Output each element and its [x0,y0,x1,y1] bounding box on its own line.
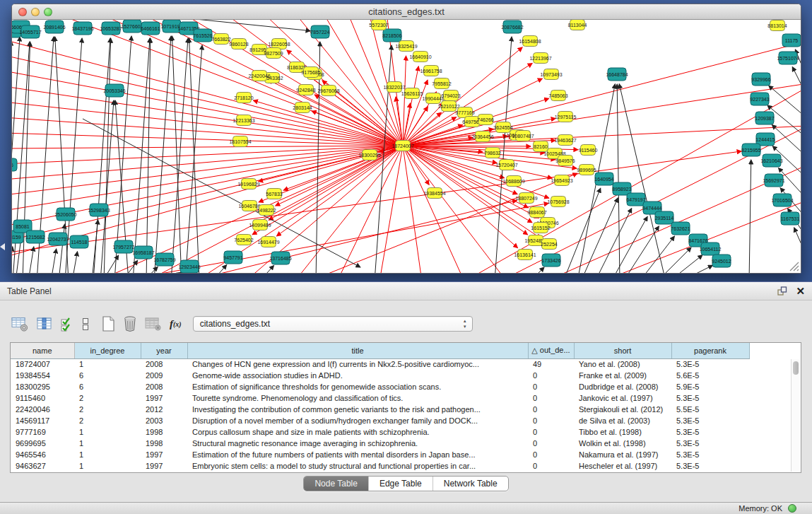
cell-title[interactable]: Estimation of the future numbers of pati… [187,449,528,460]
network-node[interactable]: 15276602 [121,20,143,33]
cell-pagerank[interactable]: 5.5E-5 [671,404,749,415]
network-node[interactable]: 567833 [266,189,282,199]
cell-short[interactable]: de Silva et al. (2003) [574,415,671,426]
network-node[interactable]: 9245012 [712,255,731,267]
network-node[interactable]: 798632 [484,148,500,158]
network-node[interactable]: 12213967 [529,53,551,64]
column-header-pagerank[interactable]: pagerank [671,343,749,358]
network-node[interactable]: 10756928 [547,197,569,207]
network-node[interactable]: 15692971 [763,174,784,187]
table-row[interactable]: 969969511998Structural magnetic resonanc… [11,438,792,449]
network-node[interactable]: 10653287 [100,22,122,35]
network-node[interactable]: 19196829 [237,179,259,189]
network-node[interactable]: 18325419 [395,41,417,52]
cell-title[interactable]: Embryonic stem cells: a model to study s… [187,460,528,472]
network-edge[interactable] [12,146,403,180]
select-all-icon[interactable] [60,317,73,332]
cell-out_degree[interactable]: 0 [528,381,574,392]
network-node[interactable]: 18107554 [229,136,251,147]
cell-short[interactable]: Franke et al. (2009) [574,370,671,381]
network-node[interactable]: 1209387 [755,112,774,124]
network-edge[interactable] [224,20,403,146]
cell-pagerank[interactable]: 5.3E-5 [671,438,749,449]
table-row[interactable]: 946362711997Embryonic stem cells: a mode… [11,460,792,472]
table-row[interactable]: 2242004622012Investigating the contribut… [11,404,792,415]
network-edge[interactable] [749,160,751,273]
cell-year[interactable]: 1998 [141,426,187,438]
cell-pagerank[interactable]: 5.3E-5 [671,415,749,426]
network-node[interactable]: 2803144 [293,103,312,113]
cell-title[interactable]: Genome-wide association studies in ADHD. [187,370,528,381]
network-canvas-svg[interactable]: 1872400733159266606163140557172089140618… [12,20,801,273]
column-header-title[interactable]: title [187,343,528,358]
cell-pagerank[interactable]: 5.3E-5 [671,426,749,438]
cell-name[interactable]: 9463627 [11,460,74,472]
network-node[interactable]: 9175685 [301,67,320,78]
column-header-short[interactable]: short [574,343,671,358]
cell-name[interactable]: 9465546 [11,449,74,460]
memory-status-icon[interactable] [788,504,796,513]
cell-year[interactable]: 2009 [141,370,187,381]
cell-out_degree[interactable]: 0 [528,370,574,381]
column-header-year[interactable]: year [141,343,187,358]
delete-column-icon[interactable] [123,316,137,332]
network-edge[interactable] [314,95,403,146]
column-header-out_degree[interactable]: △ out_de... [528,343,574,358]
network-node[interactable]: 9827509 [264,48,283,59]
resize-grip-icon[interactable] [788,260,799,271]
network-edge[interactable] [530,267,544,273]
network-node[interactable]: 9242848 [296,85,315,95]
network-node[interactable]: 8113044 [568,20,587,30]
cell-short[interactable]: Tibbo et al. (1998) [574,426,671,438]
cell-short[interactable]: Wolkin et al. (1998) [574,438,671,449]
network-node[interactable]: 12213363 [233,115,254,126]
network-edge[interactable] [12,247,13,273]
network-node[interactable]: 7955812 [432,78,451,89]
window-titlebar[interactable]: citations_edges.txt [12,4,801,20]
network-edge[interactable] [100,100,114,273]
network-node[interactable]: 10973493 [540,69,562,80]
network-node[interactable]: 10654112 [700,243,722,255]
show-columns-icon[interactable] [37,317,52,331]
network-node[interactable]: 18807249 [515,193,537,204]
cell-title[interactable]: Investigating the contribution of common… [187,404,528,415]
zoom-traffic-light-icon[interactable] [44,8,52,16]
cell-pagerank[interactable]: 5.3E-5 [671,460,749,472]
network-edge[interactable] [12,71,403,146]
network-node[interactable]: 8218506 [382,29,401,42]
network-node[interactable]: 9457791 [223,251,242,264]
network-node[interactable]: 20891406 [43,21,65,33]
network-node[interactable]: 16961758 [420,66,442,76]
network-node[interactable]: 14055717 [19,25,41,38]
cell-year[interactable]: 1997 [141,460,187,472]
network-edge[interactable] [619,84,666,273]
tab-network-table[interactable]: Network Table [433,477,508,491]
table-row[interactable]: 977716911998Corpus callosum shape and si… [11,426,792,438]
cell-short[interactable]: Yano et al. (2008) [574,358,671,370]
network-node[interactable]: 12923446 [178,260,200,273]
network-node[interactable]: 29676068 [317,86,339,96]
cell-name[interactable]: 22420046 [11,404,74,415]
cell-short[interactable]: Jankovic et al. (1997) [574,392,671,404]
cell-pagerank[interactable]: 5.6E-5 [671,370,749,381]
cell-in_degree[interactable]: 6 [74,381,141,392]
cell-year[interactable]: 1997 [141,392,187,404]
cell-short[interactable]: Dudbridge et al. (2008) [574,381,671,392]
cell-name[interactable]: 14569117 [11,415,74,426]
network-node[interactable]: 2718120 [234,93,253,103]
cell-name[interactable]: 9699695 [11,438,74,449]
network-node[interactable]: 9884067 [527,207,546,218]
network-edge[interactable] [772,124,801,158]
network-node[interactable]: 15720407 [495,160,517,170]
cell-title[interactable]: Structural magnetic resonance image aver… [187,438,528,449]
function-builder-icon[interactable]: f(x) [170,318,182,330]
network-node[interactable]: 9329966 [751,73,770,86]
minimize-traffic-light-icon[interactable] [31,8,40,16]
cell-out_degree[interactable]: 0 [528,404,574,415]
network-node[interactable]: 9227343 [750,93,769,105]
network-node[interactable]: 16640910 [409,52,431,62]
cell-year[interactable]: 2008 [141,381,187,392]
table-row[interactable]: 1456911722003Disruption of a novel membe… [11,415,792,426]
network-node[interactable]: 1615152 [531,223,550,233]
network-edge[interactable] [12,117,403,146]
